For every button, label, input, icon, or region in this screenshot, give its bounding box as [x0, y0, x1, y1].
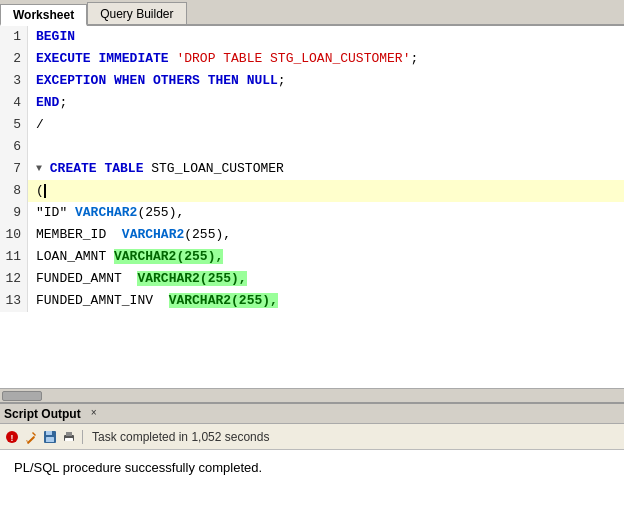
svg-rect-9 — [66, 432, 72, 436]
line-number: 7 — [0, 158, 28, 180]
task-status-text: Task completed in 1,052 seconds — [92, 430, 269, 444]
line-content — [28, 136, 44, 158]
line-content: FUNDED_AMNT_INV VARCHAR2(255), — [28, 290, 278, 312]
table-row: 11 LOAN_AMNT VARCHAR2(255), — [0, 246, 624, 268]
line-number: 8 — [0, 180, 28, 202]
tab-query-builder-label: Query Builder — [100, 7, 173, 21]
error-icon[interactable]: ! — [4, 429, 20, 445]
code-editor[interactable]: 1 BEGIN 2 EXECUTE IMMEDIATE 'DROP TABLE … — [0, 26, 624, 388]
line-number: 3 — [0, 70, 28, 92]
table-row: 8 ( — [0, 180, 624, 202]
table-row: 5 / — [0, 114, 624, 136]
line-number: 10 — [0, 224, 28, 246]
scrollbar-thumb[interactable] — [2, 391, 42, 401]
table-row: 9 "ID" VARCHAR2(255), — [0, 202, 624, 224]
line-number: 4 — [0, 92, 28, 114]
output-content: PL/SQL procedure successfully completed. — [0, 450, 624, 508]
line-number: 9 — [0, 202, 28, 224]
line-content: END; — [28, 92, 67, 114]
line-content: "ID" VARCHAR2(255), — [28, 202, 184, 224]
line-content: / — [28, 114, 44, 136]
output-result-text: PL/SQL procedure successfully completed. — [14, 460, 610, 475]
script-output-tab-label[interactable]: Script Output — [4, 407, 81, 421]
table-row: 4 END; — [0, 92, 624, 114]
line-number: 6 — [0, 136, 28, 158]
table-row: 3 EXCEPTION WHEN OTHERS THEN NULL; — [0, 70, 624, 92]
table-row: 1 BEGIN — [0, 26, 624, 48]
edit-icon[interactable] — [23, 429, 39, 445]
tab-worksheet[interactable]: Worksheet — [0, 4, 87, 26]
svg-rect-2 — [27, 435, 35, 443]
svg-text:!: ! — [9, 434, 14, 444]
line-number: 11 — [0, 246, 28, 268]
line-number: 2 — [0, 48, 28, 70]
tab-bar: Worksheet Query Builder — [0, 0, 624, 26]
horizontal-scrollbar[interactable] — [0, 388, 624, 402]
line-number: 12 — [0, 268, 28, 290]
line-content: FUNDED_AMNT VARCHAR2(255), — [28, 268, 247, 290]
svg-rect-6 — [46, 431, 52, 435]
table-row: 13 FUNDED_AMNT_INV VARCHAR2(255), — [0, 290, 624, 312]
line-number: 5 — [0, 114, 28, 136]
table-row: 2 EXECUTE IMMEDIATE 'DROP TABLE STG_LOAN… — [0, 48, 624, 70]
line-content: ( — [28, 180, 46, 202]
svg-marker-4 — [26, 440, 28, 442]
line-content: EXECUTE IMMEDIATE 'DROP TABLE STG_LOAN_C… — [28, 48, 418, 70]
svg-rect-10 — [65, 438, 73, 441]
table-row: 10 MEMBER_ID VARCHAR2(255), — [0, 224, 624, 246]
table-row: 6 — [0, 136, 624, 158]
table-row: 12 FUNDED_AMNT VARCHAR2(255), — [0, 268, 624, 290]
line-number: 13 — [0, 290, 28, 312]
line-number: 1 — [0, 26, 28, 48]
code-lines: 1 BEGIN 2 EXECUTE IMMEDIATE 'DROP TABLE … — [0, 26, 624, 312]
line-content: EXCEPTION WHEN OTHERS THEN NULL; — [28, 70, 286, 92]
line-content: ▼ CREATE TABLE STG_LOAN_CUSTOMER — [28, 158, 284, 180]
output-toolbar: ! Task completed in 1,052 seconds — [0, 424, 624, 450]
table-row: 7 ▼ CREATE TABLE STG_LOAN_CUSTOMER — [0, 158, 624, 180]
tab-worksheet-label: Worksheet — [13, 8, 74, 22]
line-content: BEGIN — [28, 26, 75, 48]
script-output-tab-bar: Script Output × — [0, 402, 624, 424]
line-content: LOAN_AMNT VARCHAR2(255), — [28, 246, 223, 268]
svg-rect-7 — [46, 437, 54, 442]
line-content: MEMBER_ID VARCHAR2(255), — [28, 224, 231, 246]
save-icon[interactable] — [42, 429, 58, 445]
toolbar-separator — [82, 430, 83, 444]
print-icon[interactable] — [61, 429, 77, 445]
svg-marker-3 — [32, 432, 36, 436]
close-output-button[interactable]: × — [91, 408, 97, 419]
tab-query-builder[interactable]: Query Builder — [87, 2, 186, 24]
